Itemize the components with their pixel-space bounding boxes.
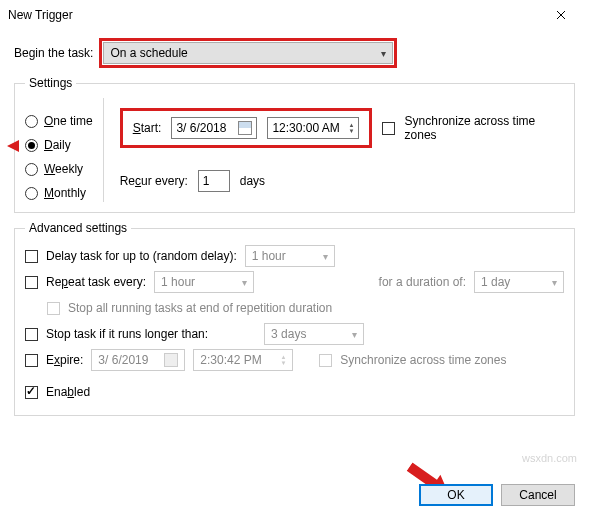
settings-legend: Settings bbox=[25, 76, 76, 90]
annotation-arrow-icon bbox=[7, 140, 19, 152]
radio-icon bbox=[25, 139, 38, 152]
delay-checkbox[interactable] bbox=[25, 250, 38, 263]
delay-label: Delay task for up to (random delay): bbox=[46, 249, 237, 263]
chevron-down-icon: ▾ bbox=[323, 251, 328, 262]
expire-time-input[interactable]: 2:30:42 PM ▲▼ bbox=[193, 349, 293, 371]
recur-value-input[interactable]: 1 bbox=[198, 170, 230, 192]
repeat-interval-dropdown[interactable]: 1 hour ▾ bbox=[154, 271, 254, 293]
chevron-down-icon: ▾ bbox=[352, 329, 357, 340]
advanced-legend: Advanced settings bbox=[25, 221, 131, 235]
advanced-settings-group: Advanced settings Delay task for up to (… bbox=[14, 221, 575, 416]
radio-monthly[interactable]: Monthly bbox=[25, 186, 93, 200]
start-date-input[interactable]: 3/ 6/2018 bbox=[171, 117, 257, 139]
recur-label: Recur every: bbox=[120, 174, 188, 188]
cancel-button[interactable]: Cancel bbox=[501, 484, 575, 506]
stoplong-checkbox[interactable] bbox=[25, 328, 38, 341]
radio-icon bbox=[25, 115, 38, 128]
frequency-options: One time Daily Weekly Monthly bbox=[25, 98, 93, 202]
expire-time-value: 2:30:42 PM bbox=[200, 353, 261, 367]
chevron-down-icon: ▾ bbox=[381, 48, 386, 59]
repeat-checkbox[interactable] bbox=[25, 276, 38, 289]
stoplong-value: 3 days bbox=[271, 327, 306, 341]
expire-sync-label: Synchronize across time zones bbox=[340, 353, 506, 367]
settings-group: Settings One time Daily Weekly bbox=[14, 76, 575, 213]
delay-value: 1 hour bbox=[252, 249, 286, 263]
spinner-icon: ▲▼ bbox=[280, 354, 286, 366]
stoplong-dropdown[interactable]: 3 days ▾ bbox=[264, 323, 364, 345]
calendar-icon[interactable] bbox=[238, 121, 252, 135]
spinner-icon[interactable]: ▲▼ bbox=[348, 122, 354, 134]
window-title: New Trigger bbox=[8, 8, 541, 22]
radio-weekly[interactable]: Weekly bbox=[25, 162, 93, 176]
ok-button[interactable]: OK bbox=[419, 484, 493, 506]
repeat-duration-dropdown[interactable]: 1 day ▾ bbox=[474, 271, 564, 293]
radio-onetime[interactable]: One time bbox=[25, 114, 93, 128]
chevron-down-icon: ▾ bbox=[242, 277, 247, 288]
watermark: wsxdn.com bbox=[522, 452, 577, 464]
expire-sync-checkbox bbox=[319, 354, 332, 367]
stopall-label: Stop all running tasks at end of repetit… bbox=[68, 301, 332, 315]
calendar-icon bbox=[164, 353, 178, 367]
duration-label: for a duration of: bbox=[379, 275, 466, 289]
enabled-checkbox[interactable] bbox=[25, 386, 38, 399]
start-time-input[interactable]: 12:30:00 AM ▲▼ bbox=[267, 117, 359, 139]
repeat-interval-value: 1 hour bbox=[161, 275, 195, 289]
close-icon[interactable] bbox=[541, 0, 581, 30]
recur-unit: days bbox=[240, 174, 265, 188]
start-date-value: 3/ 6/2018 bbox=[176, 121, 226, 135]
begin-task-label: Begin the task: bbox=[14, 46, 93, 60]
expire-date-value: 3/ 6/2019 bbox=[98, 353, 148, 367]
stopall-checkbox bbox=[47, 302, 60, 315]
delay-dropdown[interactable]: 1 hour ▾ bbox=[245, 245, 335, 267]
sync-timezones-checkbox[interactable] bbox=[382, 122, 394, 135]
expire-checkbox[interactable] bbox=[25, 354, 38, 367]
chevron-down-icon: ▾ bbox=[552, 277, 557, 288]
repeat-duration-value: 1 day bbox=[481, 275, 510, 289]
radio-icon bbox=[25, 163, 38, 176]
expire-date-input[interactable]: 3/ 6/2019 bbox=[91, 349, 185, 371]
start-time-value: 12:30:00 AM bbox=[272, 121, 339, 135]
begin-task-dropdown[interactable]: On a schedule ▾ bbox=[103, 42, 393, 64]
begin-task-value: On a schedule bbox=[110, 46, 187, 60]
radio-icon bbox=[25, 187, 38, 200]
sync-timezones-label: Synchronize across time zones bbox=[405, 114, 558, 142]
radio-daily[interactable]: Daily bbox=[25, 138, 93, 152]
titlebar: New Trigger bbox=[0, 0, 589, 30]
